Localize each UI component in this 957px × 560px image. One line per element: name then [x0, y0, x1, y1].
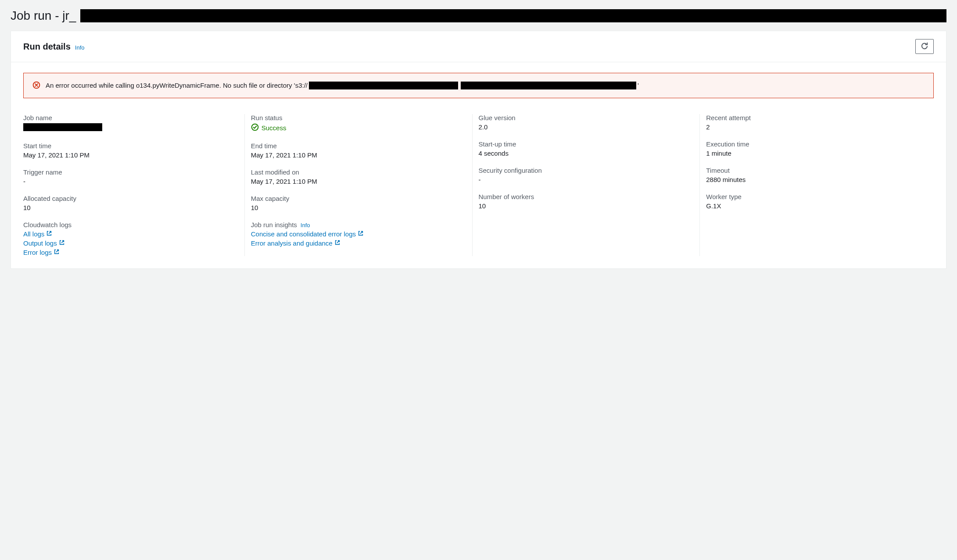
trigger-name-label: Trigger name: [23, 168, 239, 176]
allocated-capacity-value: 10: [23, 204, 239, 211]
details-col-1: Job name Start time May 17, 2021 1:10 PM…: [23, 114, 251, 256]
output-logs-text: Output logs: [23, 239, 57, 247]
timeout-label: Timeout: [706, 167, 921, 174]
run-details-panel: Run details Info: [11, 31, 946, 269]
last-modified-value: May 17, 2021 1:10 PM: [251, 178, 466, 185]
glue-version-label: Glue version: [479, 114, 694, 121]
execution-time-value: 1 minute: [706, 150, 921, 157]
error-logs-text: Error logs: [23, 249, 52, 256]
redacted-s3-path-1: [309, 82, 458, 89]
job-name-value: [23, 123, 239, 132]
success-icon: [251, 123, 259, 132]
max-capacity-label: Max capacity: [251, 195, 466, 202]
cloudwatch-logs-label: Cloudwatch logs: [23, 221, 239, 228]
external-link-icon: [46, 230, 52, 238]
panel-header: Run details Info: [11, 31, 946, 62]
error-analysis-text: Error analysis and guidance: [251, 239, 333, 247]
job-run-insights-label: Job run insights Info: [251, 221, 466, 228]
startup-time-value: 4 seconds: [479, 150, 694, 157]
output-logs-link[interactable]: Output logs: [23, 239, 239, 247]
recent-attempt-label: Recent attempt: [706, 114, 921, 121]
redacted-s3-path-2: [461, 82, 636, 89]
startup-time-label: Start-up time: [479, 140, 694, 148]
execution-time-label: Execution time: [706, 140, 921, 148]
error-alert: An error occurred while calling o134.pyW…: [23, 73, 934, 98]
run-status-success: Success: [251, 123, 287, 132]
details-col-2: Run status Success: [251, 114, 479, 256]
max-capacity-value: 10: [251, 204, 466, 211]
concise-logs-text: Concise and consolidated error logs: [251, 230, 356, 238]
trigger-name-value: -: [23, 178, 239, 185]
insights-info-link[interactable]: Info: [301, 222, 310, 228]
redacted-job-name: [23, 123, 102, 131]
start-time-value: May 17, 2021 1:10 PM: [23, 151, 239, 159]
run-status-text: Success: [262, 124, 287, 132]
refresh-icon: [921, 42, 928, 51]
info-link[interactable]: Info: [75, 44, 85, 51]
glue-version-value: 2.0: [479, 123, 694, 131]
all-logs-text: All logs: [23, 230, 44, 238]
error-text-before: An error occurred while calling o134.pyW…: [46, 80, 308, 91]
end-time-value: May 17, 2021 1:10 PM: [251, 151, 466, 159]
page-title: Job run - jr_: [0, 0, 957, 31]
all-logs-link[interactable]: All logs: [23, 230, 239, 238]
timeout-value: 2880 minutes: [706, 176, 921, 183]
allocated-capacity-label: Allocated capacity: [23, 195, 239, 202]
panel-title: Run details: [23, 42, 71, 52]
error-icon: [32, 81, 40, 90]
external-link-icon: [59, 239, 65, 247]
job-name-label: Job name: [23, 114, 239, 121]
last-modified-label: Last modified on: [251, 168, 466, 176]
recent-attempt-value: 2: [706, 123, 921, 131]
error-text-after: ': [638, 80, 639, 91]
error-logs-link[interactable]: Error logs: [23, 249, 239, 256]
worker-type-value: G.1X: [706, 202, 921, 210]
error-alert-text: An error occurred while calling o134.pyW…: [46, 80, 639, 91]
external-link-icon: [358, 230, 364, 238]
end-time-label: End time: [251, 142, 466, 150]
worker-type-label: Worker type: [706, 193, 921, 200]
external-link-icon: [54, 249, 60, 256]
concise-error-logs-link[interactable]: Concise and consolidated error logs: [251, 230, 466, 238]
run-status-label: Run status: [251, 114, 466, 121]
num-workers-label: Number of workers: [479, 193, 694, 200]
page-title-text: Job run - jr_: [11, 9, 76, 23]
security-config-value: -: [479, 176, 694, 183]
details-col-4: Recent attempt 2 Execution time 1 minute…: [706, 114, 934, 256]
refresh-button[interactable]: [915, 39, 934, 54]
num-workers-value: 10: [479, 202, 694, 210]
start-time-label: Start time: [23, 142, 239, 150]
details-col-3: Glue version 2.0 Start-up time 4 seconds…: [479, 114, 706, 256]
external-link-icon: [334, 239, 341, 247]
error-analysis-link[interactable]: Error analysis and guidance: [251, 239, 466, 247]
redacted-job-run-id: [80, 9, 946, 22]
security-config-label: Security configuration: [479, 167, 694, 174]
